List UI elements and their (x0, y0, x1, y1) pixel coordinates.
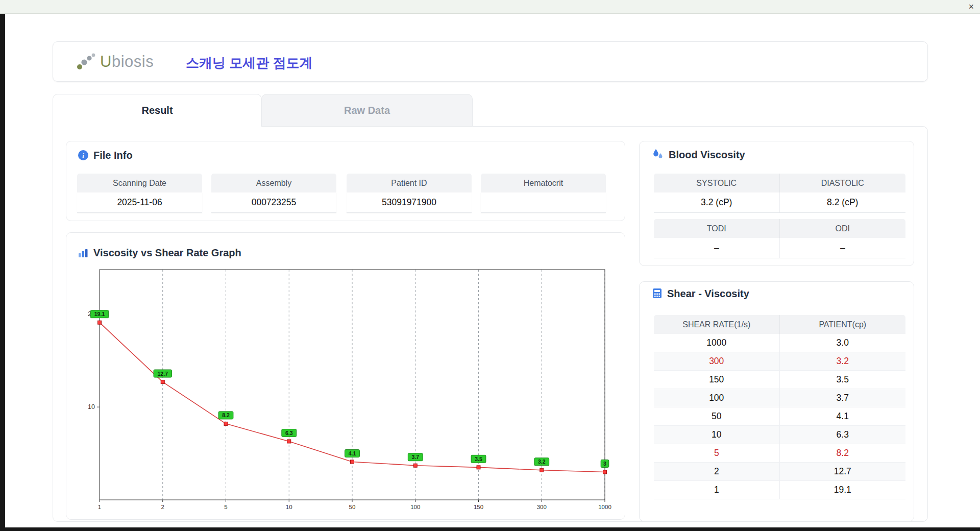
chart-text: 2 (161, 504, 164, 510)
shear-viscosity-title: Shear - Viscosity (652, 288, 749, 301)
shear-rate-cell: 100 (654, 389, 780, 407)
bv-value-row: –– (654, 238, 905, 258)
chart-shape (477, 466, 480, 469)
bar-chart-icon (78, 249, 88, 260)
shear-viscosity-table: SHEAR RATE(1/s)PATIENT(cp) 10003.03003.2… (654, 315, 905, 499)
bv-header-cell: DIASTOLIC (780, 174, 906, 192)
chart-text: 3.2 (538, 458, 546, 465)
window-bottom-edge (0, 527, 980, 531)
table-row: 212.7 (654, 463, 905, 481)
table-row: 1503.5 (654, 371, 905, 389)
bv-value-cell: – (780, 238, 906, 258)
viscosity-chart: 10201251050100150300100019.112.78.26.34.… (72, 264, 619, 516)
chart-shape (413, 464, 417, 467)
chart-text: 3.7 (411, 454, 419, 460)
chart-text: 8.2 (222, 412, 230, 418)
bv-header-cell: SYSTOLIC (654, 174, 780, 192)
table-row: 58.2 (654, 444, 905, 463)
blood-viscosity-title: Blood Viscosity (652, 149, 745, 162)
field-value (481, 192, 606, 213)
chart-text: 1 (98, 504, 101, 510)
chart-shape (603, 470, 607, 474)
shear-table-header: SHEAR RATE(1/s)PATIENT(cp) (654, 315, 905, 334)
page-title: 스캐닝 모세관 점도계 (186, 54, 312, 72)
chart-text: 12.7 (158, 371, 168, 377)
chart-text: 10 (286, 504, 292, 510)
chart-text: 19.1 (94, 311, 105, 317)
close-icon[interactable]: × (968, 2, 974, 12)
patient-viscosity-cell: 3.2 (780, 352, 906, 370)
file-info-field: Patient ID53091971900 (347, 174, 472, 213)
file-info-field: Hematocrit (481, 174, 606, 213)
table-row: 504.1 (654, 407, 905, 426)
chart-text: 1000 (598, 504, 611, 510)
file-info-field: Scanning Date2025-11-06 (77, 174, 202, 213)
table-row: 1003.7 (654, 389, 905, 407)
svg-text:i: i (82, 152, 84, 159)
ubiosis-logo: Ubiosis (76, 51, 154, 73)
table-row: 3003.2 (654, 352, 905, 371)
info-icon: i (78, 150, 88, 163)
shear-viscosity-section: Shear - Viscosity SHEAR RATE(1/s)PATIENT… (639, 281, 914, 522)
shear-rate-cell: 1 (654, 481, 780, 499)
graph-section: Viscosity vs Shear Rate Graph 1020125105… (66, 232, 625, 520)
chart-shape (161, 380, 164, 384)
field-label: Scanning Date (77, 174, 202, 192)
chart-text: 10 (88, 403, 95, 411)
bv-header-cell: TODI (654, 219, 780, 238)
field-label: Patient ID (347, 174, 472, 192)
chart-text: 6.3 (285, 430, 293, 436)
bv-value-cell: 8.2 (cP) (780, 192, 906, 212)
chart-shape (540, 468, 544, 472)
shear-rate-cell: 10 (654, 426, 780, 444)
tab-raw-data[interactable]: Raw Data (261, 94, 473, 126)
shear-rate-cell: 2 (654, 463, 780, 480)
field-value: 000723255 (211, 192, 336, 213)
shear-table-rows: 10003.03003.21503.51003.7504.1106.358.22… (654, 334, 905, 499)
shear-rate-cell: 300 (654, 352, 780, 370)
logo-text: Ubiosis (100, 53, 154, 71)
table-row: 10003.0 (654, 334, 905, 352)
chart-text: 150 (474, 504, 483, 510)
shear-rate-cell: 5 (654, 444, 780, 462)
chart-text: 3.5 (475, 456, 482, 462)
droplets-icon (652, 149, 664, 162)
file-info-title: i File Info (78, 150, 133, 163)
field-value: 2025-11-06 (77, 192, 202, 213)
field-label: Assembly (211, 174, 336, 192)
bv-header-row: SYSTOLICDIASTOLIC (654, 174, 905, 192)
chart-shape (351, 460, 354, 464)
shear-rate-cell: 50 (654, 407, 780, 425)
chart-text: 3 (603, 461, 606, 467)
chart-text: 300 (537, 504, 547, 510)
patient-viscosity-cell: 19.1 (780, 481, 906, 499)
viscosity-chart-svg: 10201251050100150300100019.112.78.26.34.… (72, 264, 619, 516)
patient-viscosity-cell: 3.5 (780, 371, 906, 389)
app-header: Ubiosis 스캐닝 모세관 점도계 (53, 41, 928, 82)
shear-rate-cell: 150 (654, 371, 780, 389)
calculator-icon (652, 288, 662, 301)
table-row: 119.1 (654, 481, 905, 499)
patient-viscosity-cell: 3.0 (780, 334, 906, 352)
graph-title: Viscosity vs Shear Rate Graph (78, 247, 241, 260)
chart-shape (287, 440, 291, 443)
bv-header-cell: ODI (780, 219, 906, 238)
patient-viscosity-cell: 6.3 (780, 426, 906, 444)
tab-result[interactable]: Result (53, 94, 262, 127)
field-label: Hematocrit (481, 174, 606, 192)
chart-text: 50 (349, 504, 356, 510)
chart-text: 5 (224, 504, 227, 510)
bv-value-row: 3.2 (cP)8.2 (cP) (654, 192, 905, 213)
shear-column-header: SHEAR RATE(1/s) (654, 315, 780, 334)
patient-viscosity-cell: 4.1 (780, 407, 906, 425)
patient-viscosity-cell: 8.2 (780, 444, 906, 462)
bv-header-row: TODIODI (654, 219, 905, 238)
patient-viscosity-cell: 3.7 (780, 389, 906, 407)
chart-shape (98, 321, 102, 324)
shear-rate-cell: 1000 (654, 334, 780, 352)
table-row: 106.3 (654, 426, 905, 444)
logo-dots-icon (76, 51, 97, 73)
window-titlebar: × (0, 0, 980, 14)
blood-viscosity-section: Blood Viscosity SYSTOLICDIASTOLIC3.2 (cP… (639, 141, 914, 266)
shear-column-header: PATIENT(cp) (780, 315, 906, 334)
